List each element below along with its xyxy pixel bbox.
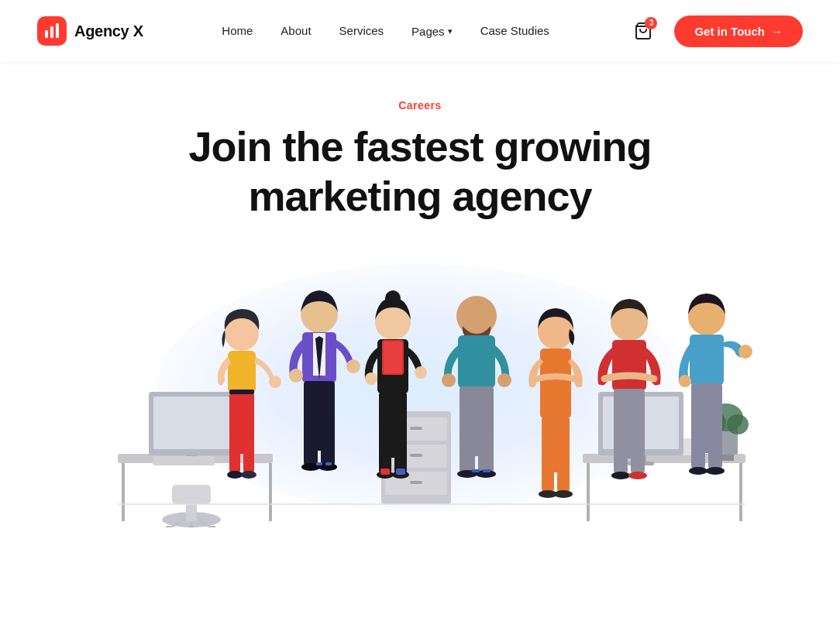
svg-rect-71 <box>379 436 391 473</box>
person-4-man-teal <box>442 296 511 478</box>
svg-rect-42 <box>228 351 256 393</box>
svg-rect-40 <box>410 481 422 484</box>
nav-link-about[interactable]: About <box>281 24 311 37</box>
svg-rect-72 <box>394 436 407 473</box>
chevron-down-icon: ▾ <box>448 26 453 36</box>
svg-rect-57 <box>304 431 318 465</box>
people-illustration <box>71 264 769 527</box>
svg-point-101 <box>628 472 647 479</box>
desk-right <box>583 392 749 521</box>
nav-link-pages[interactable]: Pages ▾ <box>411 25 453 38</box>
svg-rect-58 <box>321 431 335 465</box>
svg-rect-5 <box>122 463 125 521</box>
svg-point-79 <box>442 373 456 387</box>
svg-rect-83 <box>478 435 494 472</box>
hero-section: Careers Join the fastest growing marketi… <box>0 62 840 527</box>
svg-rect-38 <box>410 427 422 430</box>
svg-point-43 <box>269 376 281 388</box>
svg-rect-1 <box>50 26 53 38</box>
cart-button[interactable]: 3 <box>628 15 659 46</box>
svg-point-28 <box>727 414 749 434</box>
hero-title: Join the fastest growing marketing agenc… <box>172 122 668 221</box>
svg-rect-103 <box>690 335 724 385</box>
svg-rect-49 <box>229 390 254 394</box>
svg-rect-67 <box>384 342 402 373</box>
svg-rect-92 <box>557 456 570 492</box>
svg-rect-75 <box>380 469 390 475</box>
logo[interactable]: Agency X <box>37 16 143 46</box>
svg-rect-99 <box>631 436 645 473</box>
svg-point-54 <box>289 369 303 383</box>
svg-point-77 <box>456 296 497 336</box>
svg-point-110 <box>706 467 725 475</box>
svg-point-109 <box>689 467 707 475</box>
svg-rect-11 <box>153 456 215 465</box>
svg-rect-78 <box>458 335 495 388</box>
svg-rect-2 <box>56 23 59 38</box>
svg-rect-46 <box>243 438 254 473</box>
get-in-touch-button[interactable]: Get in Touch → <box>674 15 803 47</box>
svg-rect-61 <box>316 462 322 465</box>
svg-point-100 <box>611 472 630 479</box>
svg-point-69 <box>415 366 427 379</box>
logo-icon-svg <box>43 22 60 39</box>
nav-item-services[interactable]: Services <box>339 24 384 38</box>
svg-rect-76 <box>396 469 405 475</box>
svg-rect-6 <box>269 463 272 521</box>
svg-rect-82 <box>460 435 475 472</box>
logo-icon <box>37 16 67 46</box>
person-5-woman-orange <box>528 308 582 498</box>
svg-point-47 <box>227 471 243 479</box>
svg-rect-89 <box>540 348 571 418</box>
nav-right: 3 Get in Touch → <box>628 15 803 47</box>
logo-text: Agency X <box>74 22 143 40</box>
svg-rect-107 <box>691 431 705 469</box>
svg-rect-98 <box>614 436 628 473</box>
svg-point-80 <box>497 373 511 387</box>
hero-label: Careers <box>0 99 840 112</box>
svg-rect-91 <box>542 456 554 492</box>
svg-rect-45 <box>229 438 240 473</box>
nav-item-pages[interactable]: Pages ▾ <box>411 25 453 38</box>
svg-rect-87 <box>483 469 491 472</box>
navbar: Agency X Home About Services Pages ▾ Cas… <box>0 0 840 62</box>
svg-point-94 <box>554 490 573 498</box>
nav-links: Home About Services Pages ▾ Case Studies <box>222 24 549 38</box>
svg-point-105 <box>679 375 691 387</box>
nav-link-home[interactable]: Home <box>222 24 253 37</box>
person-2-man-purple <box>289 290 360 471</box>
svg-rect-96 <box>612 340 646 390</box>
svg-rect-86 <box>472 469 480 472</box>
svg-rect-8 <box>153 397 229 449</box>
svg-rect-23 <box>739 463 742 521</box>
nav-link-case-studies[interactable]: Case Studies <box>480 24 549 37</box>
nav-link-services[interactable]: Services <box>339 24 384 37</box>
nav-item-case-studies[interactable]: Case Studies <box>480 24 549 38</box>
nav-item-about[interactable]: About <box>281 24 311 38</box>
svg-point-64 <box>385 290 401 306</box>
illustration-area <box>33 249 807 527</box>
svg-point-55 <box>346 359 360 373</box>
svg-point-48 <box>241 471 256 479</box>
svg-rect-108 <box>708 431 722 469</box>
cart-badge: 3 <box>645 17 657 29</box>
arrow-icon: → <box>771 25 783 38</box>
svg-rect-14 <box>172 485 211 504</box>
svg-rect-62 <box>325 462 332 465</box>
svg-rect-22 <box>587 463 590 521</box>
svg-rect-39 <box>410 454 422 457</box>
svg-rect-0 <box>45 30 48 38</box>
svg-point-68 <box>365 373 377 385</box>
nav-item-home[interactable]: Home <box>222 24 253 38</box>
